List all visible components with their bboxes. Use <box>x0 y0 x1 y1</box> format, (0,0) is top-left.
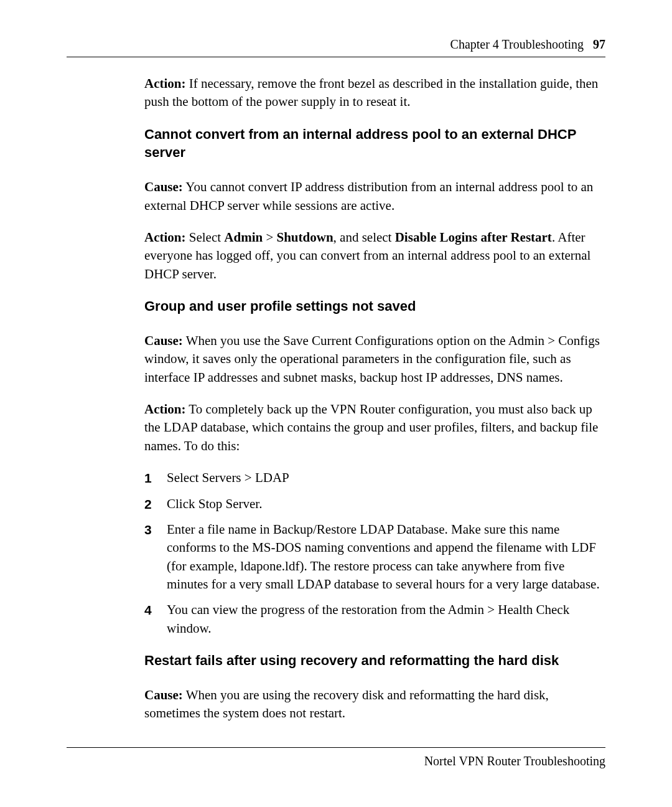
action-label: Action: <box>144 230 186 245</box>
action-label: Action: <box>144 402 186 417</box>
t: . <box>259 496 262 511</box>
footer-rule <box>67 747 605 748</box>
step-item: 3 Enter a file name in Backup/Restore LD… <box>144 521 605 594</box>
step-number: 4 <box>144 601 167 638</box>
section-heading-profile: Group and user profile settings not save… <box>144 297 605 316</box>
action-label: Action: <box>144 76 186 91</box>
page-number: 97 <box>593 37 605 51</box>
t: You can view the progress of the restora… <box>167 602 569 635</box>
t: Click <box>167 496 198 511</box>
servers-menu: Servers <box>202 470 241 485</box>
profile-action-para: Action: To completely back up the VPN Ro… <box>144 400 605 455</box>
step-item: 2 Click Stop Server. <box>144 495 605 513</box>
step-body: You can view the progress of the restora… <box>167 601 605 638</box>
restart-cause-text: When you are using the recovery disk and… <box>144 687 549 720</box>
step-item: 1 Select Servers > LDAP <box>144 469 605 487</box>
t: Select <box>167 470 202 485</box>
step-body: Select Servers > LDAP <box>167 469 605 487</box>
intro-action-para: Action: If necessary, remove the front b… <box>144 75 605 111</box>
page-container: Chapter 4 Troubleshooting 97 Action: If … <box>0 0 672 723</box>
t: > <box>241 470 255 485</box>
step-body: Click Stop Server. <box>167 495 605 513</box>
cause-label: Cause: <box>144 687 183 702</box>
intro-action-text: If necessary, remove the front bezel as … <box>144 76 598 109</box>
sep: > <box>263 230 276 245</box>
cause-label: Cause: <box>144 333 183 348</box>
restart-cause-para: Cause: When you are using the recovery d… <box>144 686 605 723</box>
t2: , and select <box>334 230 395 245</box>
t: Enter a file name in <box>167 522 273 537</box>
disable-option: Disable Logins after Restart <box>395 230 552 245</box>
profile-cause-para: Cause: When you use the Save Current Con… <box>144 332 605 387</box>
stop-server-button: Stop Server <box>198 496 259 511</box>
step-number: 1 <box>144 469 167 487</box>
dhcp-cause-text: You cannot convert IP address distributi… <box>144 179 593 212</box>
t1: Select <box>186 230 225 245</box>
ldap-menu: LDAP <box>255 470 289 485</box>
cause-label: Cause: <box>144 179 183 194</box>
profile-cause-text: When you use the Save Current Configurat… <box>144 333 600 385</box>
section-heading-dhcp: Cannot convert from an internal address … <box>144 125 605 162</box>
section-heading-restart: Restart fails after using recovery and r… <box>144 651 605 670</box>
footer: Nortel VPN Router Troubleshooting <box>67 747 605 768</box>
dhcp-cause-para: Cause: You cannot convert IP address dis… <box>144 178 605 215</box>
step-number: 3 <box>144 521 167 594</box>
chapter-label: Chapter 4 Troubleshooting <box>450 37 584 51</box>
step-item: 4 You can view the progress of the resto… <box>144 601 605 638</box>
dhcp-action-para: Action: Select Admin > Shutdown, and sel… <box>144 229 605 283</box>
running-header: Chapter 4 Troubleshooting 97 <box>67 37 605 57</box>
footer-text: Nortel VPN Router Troubleshooting <box>67 754 605 768</box>
shutdown-menu: Shutdown <box>277 230 334 245</box>
profile-action-text: To completely back up the VPN Router con… <box>144 402 598 453</box>
step-body: Enter a file name in Backup/Restore LDAP… <box>167 521 605 594</box>
backup-restore-field: Backup/Restore LDAP Database <box>273 522 445 537</box>
admin-menu: Admin <box>224 230 263 245</box>
content-body: Action: If necessary, remove the front b… <box>67 57 605 723</box>
step-number: 2 <box>144 495 167 513</box>
steps-list: 1 Select Servers > LDAP 2 Click Stop Ser… <box>144 469 605 638</box>
